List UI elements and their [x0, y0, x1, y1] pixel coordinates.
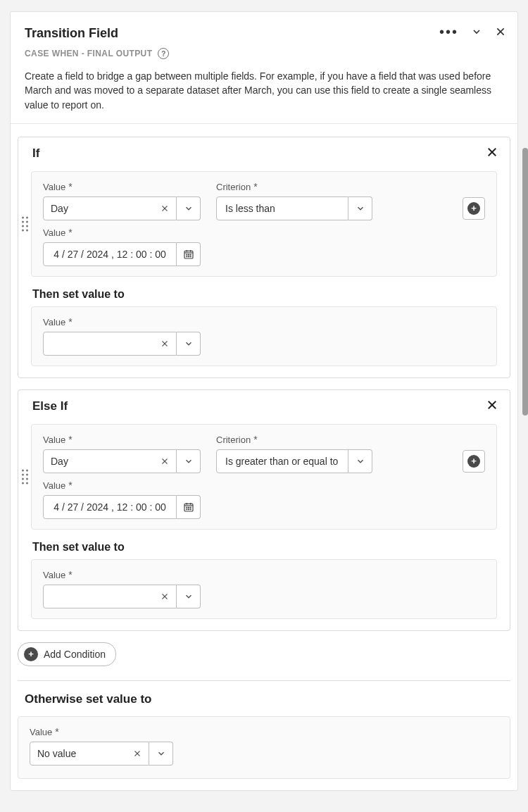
drag-handle-icon[interactable]: [22, 469, 28, 484]
remove-block-icon[interactable]: [486, 399, 498, 414]
condition-row: Value* Day: [43, 182, 485, 220]
clear-icon[interactable]: [161, 592, 169, 601]
otherwise-title: Otherwise set value to: [25, 692, 510, 706]
condition-inner: Value* Day: [31, 424, 497, 530]
clear-icon[interactable]: [161, 457, 169, 466]
required-icon: *: [55, 727, 58, 737]
chevron-down-icon[interactable]: [149, 742, 173, 766]
criterion-label: Criterion*: [216, 182, 372, 192]
required-icon: *: [253, 435, 257, 444]
remove-block-icon[interactable]: [486, 146, 498, 161]
value-label: Value*: [43, 570, 485, 580]
chevron-down-icon[interactable]: [177, 585, 201, 608]
plus-icon: +: [467, 455, 480, 468]
then-inner: Value*: [31, 559, 497, 619]
source-value-input[interactable]: Day: [43, 196, 177, 220]
chevron-down-icon[interactable]: [348, 449, 372, 473]
svg-point-13: [190, 254, 191, 255]
source-value-combo[interactable]: Day: [43, 449, 201, 473]
svg-point-29: [190, 507, 191, 508]
svg-point-12: [188, 254, 189, 255]
otherwise-value-combo[interactable]: No value: [30, 742, 498, 766]
collapse-icon[interactable]: [471, 26, 482, 37]
criterion-select[interactable]: Is greater than or equal to: [216, 449, 372, 473]
svg-point-15: [188, 256, 189, 257]
criterion-select[interactable]: Is less than: [216, 196, 372, 220]
required-icon: *: [68, 317, 72, 327]
plus-icon: +: [24, 647, 38, 661]
block-title: Else If: [32, 399, 68, 413]
drag-handle-icon[interactable]: [22, 216, 28, 231]
clear-icon[interactable]: [161, 339, 169, 348]
otherwise-value-input[interactable]: No value: [30, 742, 149, 766]
help-icon[interactable]: ?: [158, 48, 169, 59]
value-label: Value*: [30, 727, 498, 737]
required-icon: *: [68, 227, 72, 237]
source-value-combo[interactable]: Day: [43, 196, 201, 220]
panel-subtitle: CASE WHEN - FINAL OUTPUT: [25, 49, 152, 58]
calendar-icon[interactable]: [177, 242, 201, 266]
required-icon: *: [253, 182, 257, 192]
value-field-col: Value* Day: [43, 435, 201, 473]
required-icon: *: [68, 435, 72, 444]
condition-block-if: If Value* Day: [18, 137, 510, 378]
panel-description: Create a field to bridge a gap between m…: [25, 69, 503, 112]
date-input[interactable]: 4 / 27 / 2024 , 12 : 00 : 00: [43, 495, 485, 519]
divider: [18, 680, 510, 681]
panel-body: If Value* Day: [11, 124, 517, 790]
svg-point-31: [188, 509, 189, 510]
add-criterion-button[interactable]: +: [463, 450, 485, 473]
condition-inner: Value* Day: [31, 171, 497, 277]
source-value-input[interactable]: Day: [43, 449, 177, 473]
otherwise-box: Value* No value: [18, 716, 510, 779]
clear-icon[interactable]: [161, 204, 169, 213]
comparison-value-field: Value* 4 / 27 / 2024 , 12 : 00 : 00: [43, 227, 485, 266]
svg-point-11: [186, 254, 187, 255]
then-value-combo[interactable]: [43, 585, 485, 608]
then-value-input[interactable]: [43, 585, 177, 608]
chevron-down-icon[interactable]: [348, 196, 372, 220]
then-set-title: Then set value to: [32, 541, 510, 554]
then-value-input[interactable]: [43, 332, 177, 356]
chevron-down-icon[interactable]: [177, 449, 201, 473]
block-head: Else If: [18, 390, 510, 420]
value-field-col: Value* Day: [43, 182, 201, 220]
date-input[interactable]: 4 / 27 / 2024 , 12 : 00 : 00: [43, 242, 485, 266]
add-condition-button[interactable]: + Add Condition: [18, 642, 116, 666]
plus-icon: +: [467, 202, 480, 215]
chevron-down-icon[interactable]: [177, 196, 201, 220]
criterion-label: Criterion*: [216, 435, 372, 445]
more-icon[interactable]: •••: [439, 25, 458, 39]
value-label: Value*: [43, 480, 485, 491]
close-icon[interactable]: [495, 26, 506, 37]
scrollbar-thumb[interactable]: [522, 148, 528, 416]
add-criterion-button[interactable]: +: [463, 197, 485, 220]
panel-header: Transition Field CASE WHEN - FINAL OUTPU…: [11, 12, 517, 124]
required-icon: *: [68, 570, 72, 580]
required-icon: *: [68, 182, 72, 192]
date-value[interactable]: 4 / 27 / 2024 , 12 : 00 : 00: [43, 495, 177, 519]
then-set-title: Then set value to: [32, 288, 510, 301]
subtitle-row: CASE WHEN - FINAL OUTPUT ?: [25, 48, 503, 59]
comparison-value-field: Value* 4 / 27 / 2024 , 12 : 00 : 00: [43, 480, 485, 519]
value-label: Value*: [43, 182, 201, 192]
criterion-col: Criterion* Is less than: [216, 182, 372, 220]
then-value-combo[interactable]: [43, 332, 485, 356]
criterion-value[interactable]: Is less than: [216, 196, 348, 220]
clear-icon[interactable]: [133, 749, 142, 758]
chevron-down-icon[interactable]: [177, 332, 201, 356]
value-label: Value*: [43, 227, 485, 238]
transition-field-panel: Transition Field CASE WHEN - FINAL OUTPU…: [10, 11, 518, 791]
block-title: If: [32, 146, 39, 161]
criterion-col: Criterion* Is greater than or equal to: [216, 435, 372, 473]
add-condition-label: Add Condition: [44, 649, 106, 660]
then-inner: Value*: [31, 306, 497, 366]
block-head: If: [18, 137, 510, 167]
value-label: Value*: [43, 317, 485, 327]
criterion-value[interactable]: Is greater than or equal to: [216, 449, 348, 473]
date-value[interactable]: 4 / 27 / 2024 , 12 : 00 : 00: [43, 242, 177, 266]
calendar-icon[interactable]: [177, 495, 201, 519]
svg-point-16: [190, 256, 191, 257]
value-label: Value*: [43, 435, 201, 445]
svg-point-30: [186, 509, 187, 510]
